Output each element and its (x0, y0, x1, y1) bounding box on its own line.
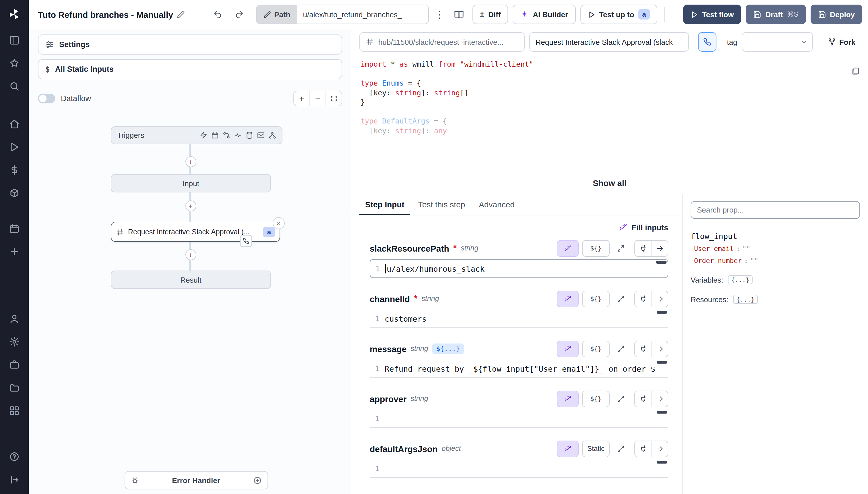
tab-advanced[interactable]: Advanced (473, 195, 520, 215)
help-icon[interactable] (5, 447, 24, 467)
variables-icon[interactable] (5, 160, 24, 180)
variables-row[interactable]: Variables: {...} (691, 275, 860, 284)
ai-builder-button[interactable]: AI Builder (513, 5, 575, 24)
diff-button[interactable]: ± Diff (472, 5, 508, 24)
expr-mode-button[interactable]: ${} (582, 240, 610, 256)
arrow-apply-button[interactable] (651, 441, 668, 456)
arrow-apply-button[interactable] (651, 291, 668, 306)
plug-button[interactable] (635, 241, 651, 256)
step-summary-input[interactable] (529, 32, 689, 52)
add-error-handler-icon[interactable] (253, 476, 262, 484)
prop-user-email[interactable]: User email:"" (691, 245, 860, 253)
expand-editor-button[interactable] (613, 341, 629, 357)
expr-mode-button[interactable]: ${} (582, 340, 610, 357)
ai-fill-button[interactable] (557, 440, 579, 457)
redo-button[interactable] (231, 6, 248, 23)
schedules-calendar-icon[interactable] (5, 219, 24, 239)
static-mode-button[interactable]: Static (582, 440, 610, 457)
suspend-phone-badge[interactable] (240, 235, 252, 247)
zoom-in-button[interactable]: + (294, 91, 310, 106)
error-handler-node[interactable]: Error Handler (124, 471, 268, 489)
ai-fill-button[interactable] (557, 290, 579, 307)
tab-step-input[interactable]: Step Input (359, 195, 410, 215)
variables-braces-chip[interactable]: {...} (728, 275, 753, 284)
add-step-connector[interactable]: + (185, 156, 196, 167)
plug-button[interactable] (635, 291, 651, 306)
docs-book-button[interactable] (451, 6, 468, 23)
add-step-connector[interactable]: + (185, 249, 196, 260)
expand-rail-icon[interactable] (5, 470, 24, 489)
result-node[interactable]: Result (111, 270, 271, 289)
schedule-calendar-icon[interactable] (211, 132, 219, 139)
expr-mode-button[interactable]: ${} (582, 290, 610, 307)
apps-grid-icon[interactable] (5, 401, 24, 420)
plug-button[interactable] (635, 391, 651, 406)
suspend-approval-button[interactable] (698, 32, 716, 52)
expand-editor-button[interactable] (613, 391, 629, 406)
prop-order-number[interactable]: Order number:"" (691, 257, 860, 265)
settings-gear-icon[interactable] (5, 332, 24, 352)
code-preview[interactable]: import * as wmill from "windmill-client"… (351, 55, 868, 172)
deploy-button[interactable]: Deploy (810, 5, 862, 24)
resources-row[interactable]: Resources: {...} (691, 295, 860, 304)
copy-code-button[interactable] (851, 66, 860, 75)
more-menu-button[interactable]: ⋮ (433, 6, 446, 23)
field-editor[interactable]: 1 customers (370, 310, 668, 328)
test-flow-button[interactable]: Test flow (683, 5, 742, 24)
expand-editor-button[interactable] (613, 441, 629, 456)
show-all-button[interactable]: Show all (586, 176, 633, 191)
field-editor[interactable]: 1 u/alex/humorous_slack (370, 259, 668, 278)
all-static-inputs-row[interactable]: $ All Static Inputs (38, 59, 342, 79)
input-node[interactable]: Input (111, 174, 271, 192)
plug-button[interactable] (635, 341, 651, 357)
search-icon[interactable] (5, 76, 24, 96)
slack-approval-step-node[interactable]: Request Interactive Slack Approval (... … (111, 222, 280, 242)
webhook-zap-icon[interactable] (200, 132, 207, 139)
http-route-icon[interactable] (223, 132, 230, 139)
tag-select[interactable] (742, 32, 813, 52)
flow-input-section[interactable]: flow_input (691, 231, 860, 241)
expand-editor-button[interactable] (613, 291, 629, 306)
add-icon[interactable] (5, 242, 24, 261)
postgres-database-icon[interactable] (246, 132, 253, 139)
edit-title-pencil-icon[interactable] (177, 10, 184, 18)
triggers-node[interactable]: Triggers (111, 126, 282, 144)
fork-button[interactable]: Fork (823, 34, 860, 50)
panels-icon[interactable] (5, 31, 24, 50)
resources-icon[interactable] (5, 183, 24, 203)
expr-mode-button[interactable]: ${} (582, 390, 610, 407)
ai-fill-button[interactable] (557, 240, 579, 256)
folders-icon[interactable] (5, 378, 24, 398)
fill-inputs-button[interactable]: Fill inputs (619, 223, 669, 232)
test-up-to-button[interactable]: Test up to a (580, 5, 657, 24)
path-input[interactable] (297, 5, 428, 23)
resources-braces-chip[interactable]: {...} (733, 295, 758, 304)
home-icon[interactable] (5, 114, 24, 134)
favorites-star-icon[interactable] (5, 53, 24, 73)
undo-button[interactable] (209, 6, 226, 23)
windmill-logo[interactable] (0, 0, 29, 29)
dataflow-toggle[interactable] (38, 93, 55, 103)
plug-button[interactable] (635, 441, 651, 456)
hub-script-path[interactable]: hub/11500/slack/request_interactive... (359, 32, 525, 52)
arrow-apply-button[interactable] (651, 391, 668, 406)
flow-settings-row[interactable]: Settings (38, 35, 342, 55)
arrow-apply-button[interactable] (651, 241, 668, 256)
search-prop-input[interactable] (691, 201, 860, 219)
add-step-connector[interactable]: + (185, 201, 196, 211)
email-trigger-icon[interactable] (257, 132, 265, 139)
field-editor[interactable]: 1 (370, 410, 668, 428)
remove-step-button[interactable]: × (273, 217, 285, 229)
field-editor[interactable]: 1 Refund request by _${flow_input["User … (370, 360, 668, 378)
zoom-out-button[interactable]: − (310, 91, 326, 106)
path-chip[interactable]: Path (256, 5, 297, 23)
runs-icon[interactable] (5, 137, 24, 157)
field-editor[interactable]: 1 (370, 459, 668, 478)
draft-button[interactable]: Draft ⌘S (746, 5, 806, 24)
websocket-icon[interactable] (234, 132, 242, 139)
workers-briefcase-icon[interactable] (5, 355, 24, 375)
arrow-apply-button[interactable] (651, 341, 668, 357)
ai-fill-button[interactable] (557, 340, 579, 357)
ai-fill-button[interactable] (557, 390, 579, 407)
user-icon[interactable] (5, 309, 24, 328)
